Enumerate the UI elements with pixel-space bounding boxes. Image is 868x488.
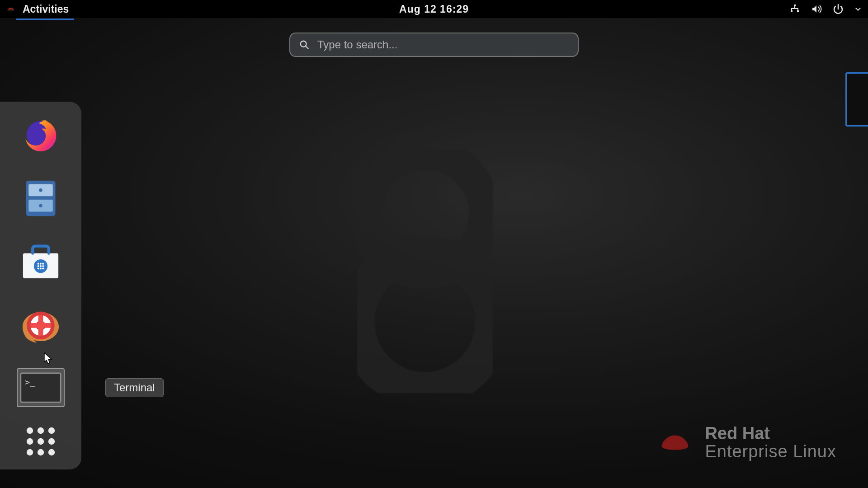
system-status-area[interactable] — [789, 4, 862, 14]
svg-point-32 — [27, 427, 33, 434]
dash-item-software[interactable] — [18, 240, 63, 285]
svg-rect-3 — [797, 10, 799, 12]
svg-point-17 — [40, 263, 42, 265]
branding-line2: Enterprise Linux — [705, 443, 836, 461]
redhat-icon — [654, 427, 696, 459]
top-bar: Activities Aug 12 16:29 — [0, 0, 868, 18]
firefox-icon — [21, 115, 60, 154]
svg-point-18 — [42, 263, 44, 265]
svg-point-0 — [7, 9, 15, 11]
apps-grid-icon — [24, 425, 57, 458]
svg-point-36 — [38, 438, 44, 445]
svg-point-19 — [38, 265, 39, 267]
dash: >_ Terminal — [0, 102, 81, 469]
power-icon[interactable] — [833, 4, 844, 14]
dash-tooltip: Terminal — [105, 378, 164, 397]
clock-label: Aug 12 16:29 — [399, 3, 469, 15]
svg-rect-2 — [791, 10, 793, 12]
clock[interactable]: Aug 12 16:29 — [399, 3, 469, 15]
svg-point-13 — [39, 204, 42, 207]
activities-button[interactable]: Activities — [20, 2, 71, 17]
distro-hat-icon — [6, 5, 15, 14]
software-icon — [20, 244, 61, 281]
files-icon — [23, 179, 58, 218]
svg-point-34 — [48, 427, 55, 434]
search-input[interactable] — [317, 38, 569, 51]
top-bar-left: Activities — [6, 2, 71, 17]
dash-item-files[interactable] — [18, 176, 63, 221]
chevron-down-icon[interactable] — [854, 5, 862, 13]
svg-point-24 — [42, 267, 44, 269]
branding-block: Red Hat Enterprise Linux — [654, 425, 836, 461]
svg-point-20 — [40, 265, 42, 267]
branding-line1: Red Hat — [705, 425, 836, 443]
workspace-thumbnail[interactable] — [845, 72, 868, 127]
svg-point-4 — [301, 41, 307, 47]
overview-search[interactable] — [289, 33, 579, 57]
help-icon — [19, 307, 63, 346]
dash-item-show-apps[interactable] — [18, 423, 63, 460]
dash-item-firefox[interactable] — [18, 112, 63, 157]
network-icon[interactable] — [789, 4, 800, 14]
svg-point-23 — [40, 267, 42, 269]
dash-tooltip-label: Terminal — [114, 381, 155, 394]
svg-rect-1 — [794, 5, 796, 6]
svg-point-16 — [38, 263, 39, 265]
dash-item-help[interactable] — [18, 304, 63, 349]
svg-line-5 — [306, 46, 308, 49]
svg-point-39 — [38, 449, 44, 455]
svg-point-37 — [48, 438, 55, 445]
svg-point-22 — [38, 267, 39, 269]
svg-point-38 — [27, 449, 33, 455]
svg-point-40 — [48, 449, 55, 455]
svg-point-21 — [42, 265, 44, 267]
search-icon — [299, 40, 309, 50]
wallpaper-eight-icon — [357, 149, 493, 393]
volume-icon[interactable] — [811, 4, 822, 14]
svg-point-12 — [39, 188, 42, 192]
svg-text:>_: >_ — [25, 377, 35, 387]
svg-point-33 — [38, 427, 44, 434]
branding-text: Red Hat Enterprise Linux — [705, 425, 836, 461]
dash-item-terminal[interactable]: >_ Terminal — [17, 368, 65, 407]
svg-point-35 — [27, 438, 33, 445]
activities-label: Activities — [23, 3, 69, 15]
terminal-icon: >_ — [20, 372, 61, 404]
svg-rect-28 — [28, 323, 52, 328]
